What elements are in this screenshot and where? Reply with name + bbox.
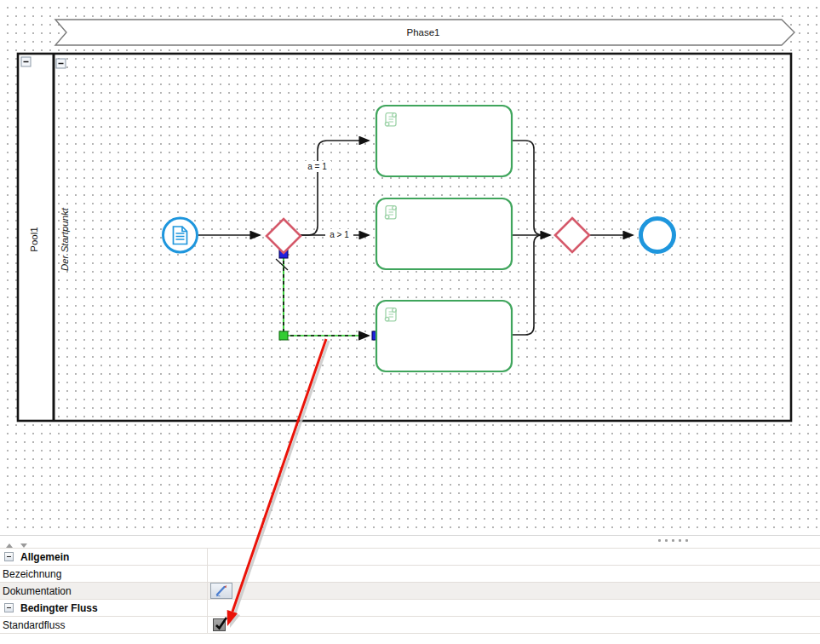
app-window: Phase1 Pool1 Der Startpunkt [0, 0, 820, 644]
property-row-bezeichnung[interactable]: Bezeichnung [0, 566, 820, 583]
diagram-canvas[interactable]: Phase1 Pool1 Der Startpunkt [0, 0, 820, 535]
dokumentation-edit-button[interactable] [210, 583, 232, 599]
pool-label: Pool1 [29, 227, 39, 251]
phase-band[interactable]: Phase1 [55, 20, 794, 45]
property-row-dokumentation[interactable]: Dokumentation [0, 583, 820, 600]
svg-text:a = 1: a = 1 [307, 162, 327, 171]
bezeichnung-value-cell[interactable] [208, 566, 820, 582]
property-label: Bezeichnung [3, 568, 61, 580]
gateway-merge[interactable] [555, 218, 589, 252]
start-event[interactable] [163, 218, 198, 252]
gateway-split[interactable] [267, 219, 301, 253]
flow-bottom-task-to-gateway2[interactable] [512, 235, 542, 335]
task-bottom[interactable] [376, 301, 512, 371]
section-value-cell [208, 600, 820, 616]
chevron-up-icon[interactable] [6, 543, 13, 548]
section-value-cell [208, 549, 820, 565]
standardfluss-checkbox[interactable] [213, 618, 226, 631]
default-flow-slash-icon [276, 259, 288, 270]
panel-drag-handle-icon[interactable] [658, 539, 688, 542]
svg-text:a > 1: a > 1 [330, 230, 349, 239]
lane-label: Der Startpunkt [60, 207, 70, 271]
task-top[interactable] [376, 106, 512, 176]
check-icon [213, 616, 228, 631]
task-middle[interactable] [376, 198, 512, 269]
pencil-icon [215, 584, 228, 597]
flow-label-a-eq-1[interactable]: a = 1 [303, 161, 331, 172]
property-label: Standardfluss [3, 619, 65, 631]
property-label: Dokumentation [3, 585, 72, 597]
properties-strip [0, 536, 820, 548]
properties-panel: Allgemein Bezeichnung Dokumentation [0, 535, 820, 644]
section-label: Bedingter Fluss [20, 602, 98, 614]
properties-table: Allgemein Bezeichnung Dokumentation [0, 548, 820, 634]
flow-label-a-gt-1[interactable]: a > 1 [325, 229, 353, 240]
flow-top-task-to-gateway2[interactable] [512, 141, 542, 235]
selected-default-flow[interactable] [276, 250, 381, 340]
property-row-standardfluss[interactable]: Standardfluss [0, 617, 820, 634]
collapse-minus-icon[interactable] [4, 603, 14, 612]
section-row-allgemein[interactable]: Allgemein [0, 549, 820, 566]
pool-collapse-icon[interactable] [21, 57, 31, 66]
edge-bend-handle[interactable] [279, 331, 288, 340]
flow-gateway-to-top-task[interactable] [301, 141, 369, 235]
section-label: Allgemein [20, 551, 69, 563]
collapse-minus-icon[interactable] [4, 552, 14, 561]
phase-label: Phase1 [406, 27, 439, 37]
chevron-down-icon[interactable] [20, 543, 27, 548]
lane-collapse-icon[interactable] [56, 59, 66, 68]
end-event[interactable] [641, 219, 674, 252]
section-row-bedingter-fluss[interactable]: Bedingter Fluss [0, 600, 820, 617]
